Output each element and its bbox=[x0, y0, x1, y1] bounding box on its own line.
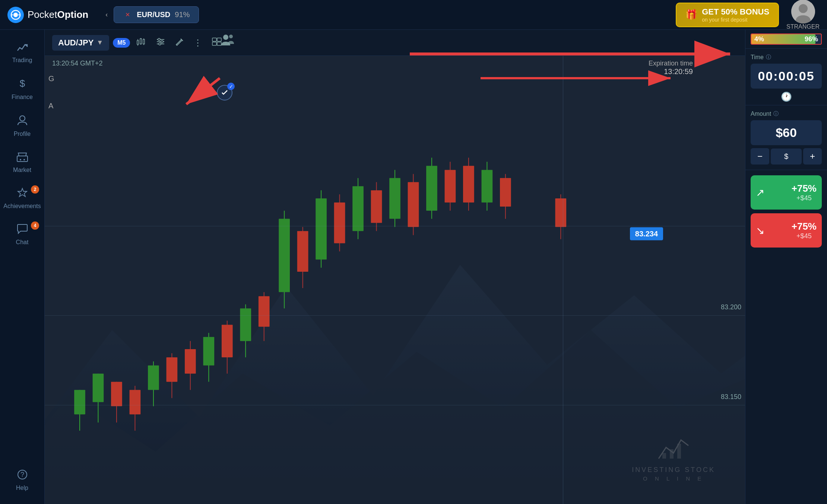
bonus-sub-text: on your first deposit bbox=[702, 17, 769, 23]
sell-button[interactable]: ↘ +75% +$45 bbox=[751, 213, 822, 248]
sidebar-item-chat[interactable]: 4 Chat bbox=[0, 218, 44, 251]
sidebar-item-finance[interactable]: $ Finance bbox=[0, 73, 44, 106]
help-icon: ? bbox=[17, 469, 28, 482]
svg-rect-78 bbox=[426, 166, 437, 211]
chart-type-button[interactable] bbox=[134, 35, 149, 51]
chart-letters: G A bbox=[48, 74, 54, 129]
amount-info-icon: ⓘ bbox=[773, 111, 779, 117]
svg-rect-20 bbox=[140, 39, 142, 44]
timeframe-button[interactable]: M5 bbox=[113, 38, 130, 48]
users-overlay-button[interactable] bbox=[220, 33, 235, 48]
sidebar-chat-label: Chat bbox=[16, 239, 29, 246]
chart-letter-a: A bbox=[48, 102, 54, 110]
tab-close-button[interactable]: ✕ bbox=[123, 11, 132, 18]
svg-text:?: ? bbox=[20, 471, 24, 478]
pair-label: AUD/JPY bbox=[58, 38, 94, 48]
chart-watermark: INVESTING STOCK O N L I N E bbox=[632, 433, 715, 482]
sidebar-item-profile[interactable]: Profile bbox=[0, 109, 44, 143]
chevron-down-icon: ▼ bbox=[96, 39, 103, 47]
amount-display: $60 bbox=[751, 120, 822, 145]
time-display: 00:00:05 bbox=[751, 64, 822, 89]
price-label-200: 83.200 bbox=[721, 303, 741, 311]
price-label-150: 83.150 bbox=[721, 393, 741, 401]
svg-rect-74 bbox=[389, 178, 400, 218]
profile-icon bbox=[17, 115, 28, 128]
sell-arrow-icon: ↘ bbox=[756, 224, 764, 237]
progress-bar: 4% 96% bbox=[751, 34, 822, 45]
svg-rect-88 bbox=[555, 198, 566, 227]
logo[interactable]: PocketOption bbox=[7, 7, 88, 23]
watermark-text: INVESTING STOCK bbox=[632, 466, 715, 474]
svg-rect-56 bbox=[222, 325, 233, 357]
svg-point-10 bbox=[20, 159, 21, 160]
chart-letter-g: G bbox=[48, 74, 54, 83]
buy-profit-label: +$45 bbox=[792, 194, 817, 202]
svg-rect-62 bbox=[279, 219, 290, 292]
bonus-button[interactable]: 🎁 GET 50% BONUS on your first deposit bbox=[676, 3, 779, 27]
sidebar: Trading $ Finance Profile bbox=[0, 30, 45, 504]
svg-rect-76 bbox=[408, 182, 419, 227]
svg-point-1 bbox=[13, 13, 18, 17]
amount-section: Amount ⓘ $60 − $ + bbox=[745, 105, 827, 170]
svg-rect-46 bbox=[130, 390, 141, 415]
sell-profit-label: +$45 bbox=[792, 232, 817, 240]
amount-decrease-button[interactable]: − bbox=[751, 148, 769, 165]
price-line-top bbox=[45, 226, 745, 226]
main-layout: Trading $ Finance Profile bbox=[0, 30, 827, 504]
settings-button[interactable] bbox=[153, 35, 168, 51]
svg-rect-68 bbox=[334, 202, 345, 243]
nav-right: 🎁 GET 50% BONUS on your first deposit ST… bbox=[676, 0, 820, 30]
sidebar-market-label: Market bbox=[13, 167, 31, 173]
clock-icon: 🕐 bbox=[781, 92, 792, 102]
achievements-badge: 2 bbox=[31, 185, 39, 194]
nav-back-button[interactable]: ‹ bbox=[103, 11, 110, 19]
amount-increase-button[interactable]: + bbox=[803, 148, 822, 165]
sidebar-item-help[interactable]: ? Help bbox=[0, 464, 44, 497]
svg-rect-42 bbox=[93, 374, 104, 402]
sidebar-profile-label: Profile bbox=[14, 131, 31, 137]
svg-rect-35 bbox=[212, 42, 216, 45]
sidebar-item-market[interactable]: Market bbox=[0, 146, 44, 179]
buy-button[interactable]: ↗ +75% +$45 bbox=[751, 175, 822, 210]
svg-point-8 bbox=[20, 116, 25, 121]
tab-eurusd[interactable]: ✕ EUR/USD 91% bbox=[114, 6, 199, 23]
svg-rect-66 bbox=[316, 198, 327, 259]
more-button[interactable]: ⋮ bbox=[190, 35, 205, 51]
bonus-main-text: GET 50% BONUS bbox=[702, 7, 769, 17]
svg-rect-84 bbox=[482, 170, 493, 202]
cursor-tool-icon[interactable]: ✓ bbox=[217, 85, 232, 101]
progress-right-label: 96% bbox=[805, 35, 818, 43]
svg-rect-9 bbox=[17, 156, 28, 162]
svg-rect-86 bbox=[500, 178, 511, 207]
current-price-tag: 83.234 bbox=[630, 227, 663, 240]
tab-pair-label: EUR/USD bbox=[137, 10, 170, 19]
sidebar-item-trading[interactable]: Trading bbox=[0, 37, 44, 69]
market-icon bbox=[17, 151, 28, 165]
expiration-time: 13:20:59 bbox=[649, 67, 693, 76]
tab-pct-label: 91% bbox=[175, 10, 190, 19]
right-panel: 4% 96% Time ⓘ 00:00:05 🕐 Amount ⓘ $60 bbox=[745, 30, 827, 504]
user-avatar[interactable] bbox=[791, 0, 815, 23]
sidebar-finance-label: Finance bbox=[12, 94, 33, 101]
svg-rect-54 bbox=[203, 337, 214, 366]
expiration-label: Expiration time bbox=[649, 60, 693, 67]
svg-rect-64 bbox=[297, 231, 308, 272]
top-nav: PocketOption ‹ ✕ EUR/USD 91% 🎁 GET 50% B… bbox=[0, 0, 827, 30]
achievements-icon bbox=[17, 188, 28, 201]
logo-text: PocketOption bbox=[28, 9, 88, 20]
pair-selector[interactable]: AUD/JPY ▼ bbox=[52, 35, 109, 51]
buy-arrow-icon: ↗ bbox=[756, 186, 764, 199]
user-profile-block[interactable]: STRANGER bbox=[786, 0, 820, 30]
svg-rect-17 bbox=[137, 41, 139, 44]
watermark-sub: O N L I N E bbox=[632, 475, 715, 482]
draw-button[interactable] bbox=[172, 34, 187, 51]
time-sub: 🕐 bbox=[751, 92, 822, 102]
svg-marker-12 bbox=[18, 188, 27, 197]
svg-point-38 bbox=[229, 35, 233, 38]
time-label: Time ⓘ bbox=[751, 54, 822, 61]
logo-icon bbox=[7, 7, 24, 23]
svg-rect-58 bbox=[240, 309, 251, 341]
svg-rect-89 bbox=[662, 453, 666, 459]
chart-toolbar: AUD/JPY ▼ M5 bbox=[45, 30, 745, 56]
sidebar-item-achievements[interactable]: 2 Achievements bbox=[0, 182, 44, 215]
